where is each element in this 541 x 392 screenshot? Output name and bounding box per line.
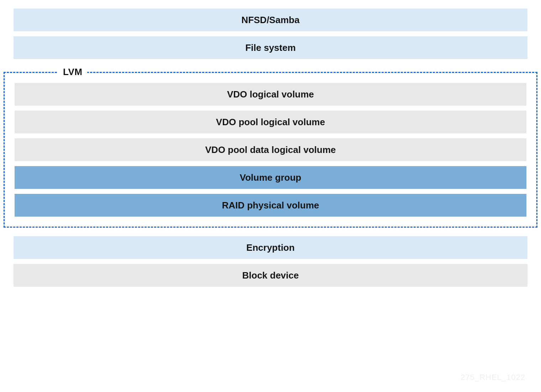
layer-label: NFSD/Samba <box>241 15 299 26</box>
lvm-group-label: LVM <box>58 67 87 78</box>
layer-block-device: Block device <box>14 264 527 287</box>
layer-label: Block device <box>242 270 299 281</box>
layer-nfsd-samba: NFSD/Samba <box>14 9 527 31</box>
layer-vdo-logical-volume: VDO logical volume <box>15 83 526 106</box>
layer-vdo-pool-data-logical-volume: VDO pool data logical volume <box>15 138 526 161</box>
watermark-text: 275_RHEL_1022 <box>461 373 525 382</box>
layer-label: Volume group <box>240 172 301 183</box>
layer-vdo-pool-logical-volume: VDO pool logical volume <box>15 111 526 133</box>
layer-label: VDO pool logical volume <box>216 117 325 128</box>
layer-label: Encryption <box>246 242 295 253</box>
layer-label: VDO pool data logical volume <box>205 144 336 155</box>
layer-raid-physical-volume: RAID physical volume <box>15 194 526 217</box>
layer-volume-group: Volume group <box>15 166 526 189</box>
lvm-group-box: LVM VDO logical volume VDO pool logical … <box>4 72 537 228</box>
layer-encryption: Encryption <box>14 236 527 259</box>
layer-label: RAID physical volume <box>222 200 319 211</box>
layer-file-system: File system <box>14 36 527 59</box>
layer-label: File system <box>245 42 296 53</box>
layer-label: VDO logical volume <box>227 89 314 100</box>
